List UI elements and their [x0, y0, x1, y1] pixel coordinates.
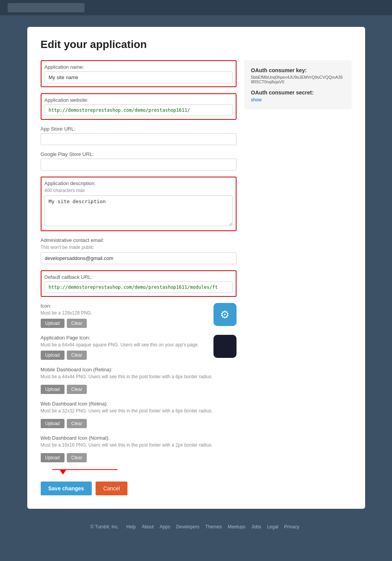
arrow-down-icon: [60, 470, 66, 475]
app-page-icon-sublabel: Must be a 64x64 opaque square PNG. Users…: [41, 342, 208, 348]
app-description-textarea[interactable]: My site description: [45, 195, 233, 226]
form-left: Application name: Application website: A…: [41, 60, 237, 495]
mobile-dashboard-sublabel: Must be a 44x44 PNG. Users will see this…: [41, 374, 237, 379]
web-dashboard-normal-section: Web Dashboard Icon (Normal): Must be a 1…: [41, 435, 237, 462]
app-page-icon-label: Application Page Icon:: [41, 335, 208, 341]
app-page-icon-clear-button[interactable]: Clear: [67, 351, 87, 360]
icon-clear-button[interactable]: Clear: [67, 319, 87, 328]
app-description-sublabel: 400 characters max: [45, 188, 233, 193]
footer-link-themes[interactable]: Themes: [205, 524, 222, 530]
footer-link-legal[interactable]: Legal: [267, 524, 278, 530]
main-card: Edit your application Application name: …: [27, 27, 365, 509]
arrow-annotation: [52, 469, 237, 470]
app-page-icon-btn-group: Upload Clear: [41, 351, 208, 360]
google-play-url-label: Google Play Store URL:: [41, 151, 237, 157]
callback-url-label: Default callback URL:: [45, 274, 233, 280]
save-changes-button[interactable]: Save changes: [41, 482, 92, 495]
footer-copyright: © Tumblr, Inc.: [91, 524, 119, 530]
mobile-dashboard-label: Mobile Dashboard Icon (Retina):: [41, 367, 237, 372]
icon-preview-dark: [213, 335, 237, 358]
footer-link-privacy[interactable]: Privacy: [284, 524, 299, 530]
admin-email-label: Administrative contact email:: [41, 237, 237, 243]
page-title: Edit your application: [41, 38, 352, 51]
oauth-panel: OAuth consumer key: 5bbEfMbUnq0hpev4JU9s…: [244, 60, 352, 109]
app-page-icon-upload-button[interactable]: Upload: [41, 351, 65, 360]
footer-link-apps[interactable]: Apps: [160, 524, 170, 530]
callback-url-group: Default callback URL:: [41, 270, 237, 297]
mobile-dashboard-section: Mobile Dashboard Icon (Retina): Must be …: [41, 367, 237, 394]
icon-label: Icon:: [41, 303, 208, 309]
web-dashboard-normal-btn-group: Upload Clear: [41, 453, 237, 462]
web-dashboard-normal-sublabel: Must be a 16x16 PNG. Users will see this…: [41, 442, 237, 448]
app-store-url-group: App Store URL:: [41, 126, 237, 145]
google-play-url-input[interactable]: [41, 159, 237, 170]
icon-preview-blue: ⚙: [213, 303, 237, 326]
app-website-group: Application website:: [41, 93, 237, 120]
footer-link-help[interactable]: Help: [126, 524, 136, 530]
oauth-consumer-key-label: OAuth consumer key:: [251, 67, 345, 73]
google-play-url-group: Google Play Store URL:: [41, 151, 237, 170]
admin-email-group: Administrative contact email: This won't…: [41, 237, 237, 264]
mobile-dashboard-upload-button[interactable]: Upload: [41, 385, 65, 394]
web-dashboard-retina-upload-button[interactable]: Upload: [41, 419, 65, 428]
web-dashboard-retina-clear-button[interactable]: Clear: [67, 419, 87, 428]
bottom-actions: Save changes Cancel: [41, 482, 237, 495]
app-store-url-label: App Store URL:: [41, 126, 237, 132]
oauth-consumer-key-value: 5bbEfMbUnq0hpev4JU9sJEMVrQ9sCVQQmA368R5C…: [251, 75, 345, 84]
app-website-label: Application website:: [45, 97, 233, 103]
cancel-button[interactable]: Cancel: [96, 482, 128, 495]
mobile-dashboard-clear-button[interactable]: Clear: [67, 385, 87, 394]
footer: © Tumblr, Inc. Help About Apps Developer…: [27, 516, 365, 537]
footer-link-meetups[interactable]: Meetups: [228, 524, 245, 530]
footer-link-jobs[interactable]: Jobs: [251, 524, 261, 530]
form-layout: Application name: Application website: A…: [41, 60, 352, 495]
footer-link-about[interactable]: About: [142, 524, 154, 530]
footer-link-developers[interactable]: Developers: [176, 524, 200, 530]
top-bar-brand: [8, 3, 84, 12]
admin-email-sublabel: This won't be made public: [41, 245, 237, 250]
page-wrapper: Edit your application Application name: …: [20, 15, 373, 545]
app-description-group: Application description: 400 characters …: [41, 177, 237, 231]
web-dashboard-retina-section: Web Dashboard Icon (Retina): Must be a 3…: [41, 401, 237, 428]
admin-email-input[interactable]: [41, 252, 237, 264]
app-name-input[interactable]: [45, 71, 233, 83]
app-page-icon-info: Application Page Icon: Must be a 64x64 o…: [41, 335, 208, 360]
web-dashboard-retina-label: Web Dashboard Icon (Retina):: [41, 401, 237, 407]
mobile-dashboard-btn-group: Upload Clear: [41, 385, 237, 394]
oauth-consumer-secret-label: OAuth consumer secret:: [251, 89, 345, 96]
app-website-input[interactable]: [45, 104, 233, 116]
oauth-show-link[interactable]: show: [251, 97, 345, 103]
web-dashboard-normal-label: Web Dashboard Icon (Normal):: [41, 435, 237, 441]
icon-btn-group: Upload Clear: [41, 319, 208, 328]
web-dashboard-retina-btn-group: Upload Clear: [41, 419, 237, 428]
top-bar: [0, 0, 392, 15]
arrow-line: [52, 469, 117, 470]
icon-section: Icon: Must be a 128x128 PNG. Upload Clea…: [41, 303, 237, 328]
app-page-icon-section: Application Page Icon: Must be a 64x64 o…: [41, 335, 237, 360]
web-dashboard-retina-sublabel: Must be a 32x32 PNG. Users will see this…: [41, 408, 237, 414]
web-dashboard-normal-clear-button[interactable]: Clear: [67, 453, 87, 462]
callback-url-input[interactable]: [45, 281, 233, 293]
app-name-label: Application name:: [45, 64, 233, 70]
web-dashboard-normal-upload-button[interactable]: Upload: [41, 453, 65, 462]
app-store-url-input[interactable]: [41, 133, 237, 145]
icon-upload-button[interactable]: Upload: [41, 319, 65, 328]
app-description-label: Application description:: [45, 180, 233, 186]
icon-row: Icon: Must be a 128x128 PNG. Upload Clea…: [41, 303, 237, 328]
icon-info: Icon: Must be a 128x128 PNG. Upload Clea…: [41, 303, 208, 328]
icon-sublabel: Must be a 128x128 PNG.: [41, 310, 208, 316]
app-page-icon-row: Application Page Icon: Must be a 64x64 o…: [41, 335, 237, 360]
gear-icon: ⚙: [220, 308, 230, 321]
app-name-group: Application name:: [41, 60, 237, 87]
